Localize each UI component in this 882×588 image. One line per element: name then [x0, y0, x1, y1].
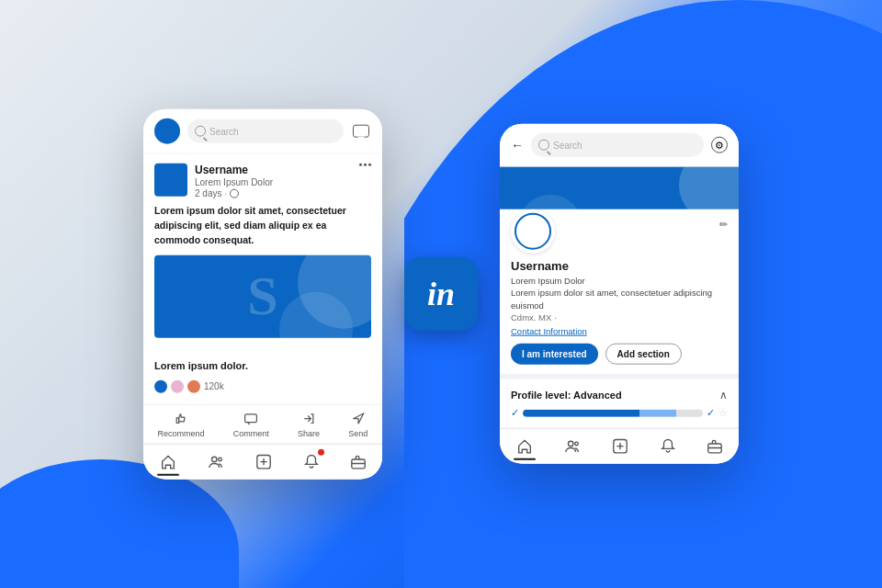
profile-subtitle: Lorem Ipsum Dolor	[511, 275, 728, 287]
post-user: Username Lorem Ipsum Dolor 2 days ·	[154, 164, 273, 198]
post-avatar	[154, 164, 187, 197]
profile-plus-icon	[610, 436, 630, 457]
recommend-label: Recommend	[158, 428, 205, 437]
comment-label: Comment	[233, 428, 269, 437]
people-icon	[206, 451, 226, 471]
post-user-info: Username Lorem Ipsum Dolor 2 days ·	[195, 164, 273, 198]
message-icon[interactable]	[351, 121, 371, 141]
profile-description: Lorem ipsum dolor sit amet, consectetuer…	[511, 287, 728, 311]
profile-avatar-inner	[514, 213, 551, 250]
svg-point-5	[569, 442, 573, 447]
contact-info-link[interactable]: Contact Information	[511, 326, 728, 336]
phone-feed: Search Username Lorem Ipsum Dolor 2 days…	[143, 109, 382, 480]
post-time: 2 days ·	[195, 188, 273, 198]
chevron-up-icon[interactable]: ∧	[719, 389, 728, 401]
interested-button[interactable]: I am interested	[511, 344, 598, 365]
feed-bottom-nav	[143, 443, 382, 479]
message-shape	[353, 125, 369, 138]
nav-active-indicator	[157, 473, 179, 475]
profile-avatar	[511, 209, 555, 254]
nav-plus[interactable]	[254, 451, 274, 475]
nav-bell[interactable]	[301, 451, 322, 475]
profile-search-icon	[538, 140, 549, 151]
check-icon-left: ✓	[511, 407, 519, 419]
svg-rect-0	[245, 414, 257, 423]
post-text: Lorem ipsum dolor sit amet, consectetuer…	[154, 204, 371, 247]
profile-avatar-wrap: ✏	[511, 209, 728, 254]
svg-point-2	[219, 458, 222, 461]
reaction-orange	[187, 379, 200, 392]
profile-search-bar[interactable]: Search	[531, 133, 704, 157]
share-label: Share	[298, 428, 320, 437]
profile-name: Username	[511, 259, 728, 275]
plus-icon	[254, 451, 274, 471]
comment-icon	[243, 410, 259, 426]
progress-dark	[523, 410, 639, 417]
search-placeholder: Search	[209, 126, 239, 136]
post-header: Username Lorem Ipsum Dolor 2 days ·	[154, 164, 371, 198]
feed-post: Username Lorem Ipsum Dolor 2 days ·	[143, 154, 382, 355]
phone-profile: ← Search ⚙ ✏ Username Lorem Ipsum Dolor …	[500, 124, 739, 464]
profile-header: ← Search ⚙	[500, 124, 739, 167]
reaction-blue	[154, 379, 167, 392]
profile-search-placeholder: Search	[553, 140, 582, 150]
post-menu[interactable]	[359, 164, 371, 166]
settings-icon[interactable]: ⚙	[711, 137, 728, 153]
svg-point-1	[212, 457, 217, 461]
profile-briefcase-icon	[705, 436, 725, 457]
check-icon-right: ✓	[707, 407, 715, 419]
reaction-count: 120k	[204, 381, 224, 391]
profile-people-icon	[562, 436, 582, 457]
profile-nav-people[interactable]	[562, 436, 582, 460]
profile-level-section: Profile level: Advanced ∧ ✓ ✓ ☆	[500, 379, 739, 428]
dot2	[364, 164, 367, 166]
share-icon	[300, 410, 317, 426]
profile-level-header: Profile level: Advanced ∧	[511, 389, 728, 401]
send-btn[interactable]: Send	[348, 410, 368, 437]
svg-point-6	[575, 443, 579, 447]
profile-cta-buttons: I am interested Add section	[511, 344, 728, 365]
progress-light	[639, 410, 675, 417]
globe-icon	[230, 189, 239, 198]
post-footer-text: Lorem ipsum dolor.	[143, 354, 382, 376]
banner-letter: S	[247, 265, 277, 328]
bell-notification-dot	[318, 448, 324, 455]
profile-location: Cdmx. MX ·	[511, 311, 728, 323]
profile-bell-icon	[658, 436, 678, 457]
post-username: Username	[195, 164, 273, 176]
search-icon	[195, 126, 206, 137]
share-btn[interactable]: Share	[298, 410, 320, 437]
edit-icon[interactable]: ✏	[719, 219, 728, 231]
profile-nav-plus[interactable]	[610, 436, 630, 460]
feed-header: Search	[143, 109, 382, 154]
nav-briefcase[interactable]	[348, 451, 368, 475]
add-section-button[interactable]: Add section	[605, 344, 682, 365]
profile-nav-home[interactable]	[514, 436, 536, 460]
thumbs-up-icon	[173, 410, 189, 426]
post-subtitle: Lorem Ipsum Dolor	[195, 176, 273, 188]
recommend-btn[interactable]: Recommend	[158, 410, 205, 437]
profile-home-icon	[514, 436, 535, 457]
linkedin-badge: in	[404, 257, 478, 331]
nav-people[interactable]	[206, 451, 226, 475]
profile-nav-bell[interactable]	[658, 436, 678, 460]
home-icon	[158, 451, 178, 471]
back-button[interactable]: ←	[511, 138, 524, 153]
profile-bottom-nav	[500, 428, 739, 464]
search-bar[interactable]: Search	[187, 119, 344, 143]
reaction-pink	[171, 379, 184, 392]
star-icon: ☆	[718, 407, 728, 419]
progress-bar-wrap: ✓ ✓ ☆	[511, 407, 728, 419]
profile-progress-bar	[523, 410, 703, 417]
profile-section: ✏ Username Lorem Ipsum Dolor Lorem ipsum…	[500, 209, 739, 379]
nav-home[interactable]	[157, 451, 179, 475]
send-icon	[350, 410, 367, 426]
comment-btn[interactable]: Comment	[233, 410, 269, 437]
user-avatar	[154, 119, 180, 144]
reactions: 120k	[143, 376, 382, 396]
briefcase-icon	[348, 451, 368, 471]
profile-nav-briefcase[interactable]	[705, 436, 725, 460]
post-image: S	[154, 254, 371, 337]
post-actions: Recommend Comment Share	[143, 403, 382, 443]
linkedin-logo-text: in	[427, 277, 455, 311]
